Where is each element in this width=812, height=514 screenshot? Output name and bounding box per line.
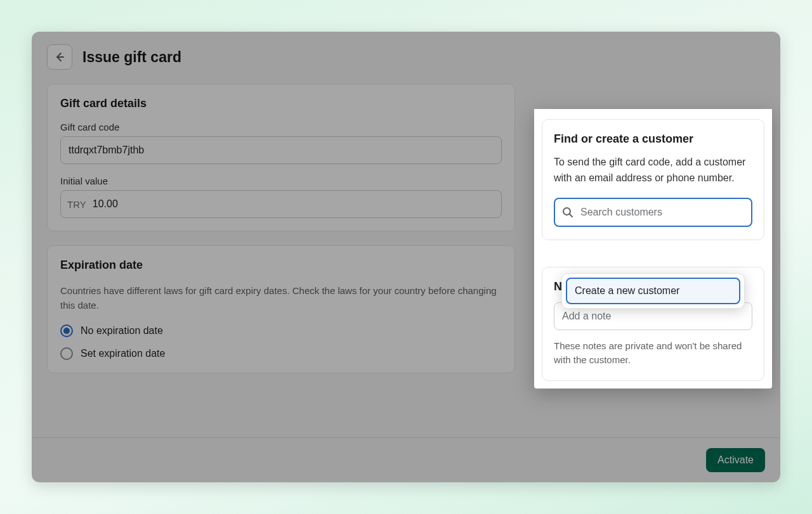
customer-search-dropdown: Create a new customer: [561, 273, 745, 309]
details-title: Gift card details: [60, 97, 502, 110]
main-column: Gift card details Gift card code Initial…: [47, 84, 515, 387]
page-footer: Activate: [32, 437, 780, 482]
customer-search-wrap[interactable]: [554, 198, 752, 227]
radio-set-expiration-label: Set expiration date: [81, 348, 165, 359]
find-customer-desc: To send the gift card code, add a custom…: [554, 155, 752, 186]
radio-icon: [60, 324, 73, 337]
create-new-customer-option[interactable]: Create a new customer: [566, 278, 740, 304]
search-icon: [561, 206, 574, 219]
find-customer-title: Find or create a customer: [554, 132, 752, 146]
notes-help: These notes are private and won't be sha…: [554, 339, 752, 368]
code-label: Gift card code: [60, 122, 502, 132]
find-customer-card: Find or create a customer To send the gi…: [542, 119, 764, 240]
currency-prefix: TRY: [61, 199, 93, 210]
initial-value-input[interactable]: [93, 191, 501, 217]
back-button[interactable]: [47, 44, 72, 70]
value-label: Initial value: [60, 176, 502, 186]
radio-icon: [60, 347, 73, 360]
page-title: Issue gift card: [82, 49, 181, 66]
page-header: Issue gift card: [47, 44, 765, 70]
activate-button[interactable]: Activate: [706, 448, 765, 472]
expiration-title: Expiration date: [60, 259, 502, 272]
customer-search-input[interactable]: [580, 207, 745, 218]
radio-no-expiration-label: No expiration date: [81, 325, 163, 337]
customer-popover: Find or create a customer To send the gi…: [534, 109, 772, 389]
gift-card-code-input[interactable]: [60, 136, 502, 164]
value-field-group: Initial value TRY: [60, 176, 502, 218]
initial-value-wrap: TRY: [60, 190, 502, 218]
app-frame: Issue gift card Gift card details Gift c…: [32, 32, 780, 482]
arrow-left-icon: [53, 51, 66, 63]
code-field-group: Gift card code: [60, 122, 502, 164]
expiration-help: Countries have different laws for gift c…: [60, 283, 502, 313]
radio-no-expiration[interactable]: No expiration date: [60, 324, 502, 337]
gift-card-details-card: Gift card details Gift card code Initial…: [47, 84, 515, 231]
radio-set-expiration[interactable]: Set expiration date: [60, 347, 502, 360]
expiration-card: Expiration date Countries have different…: [47, 245, 515, 373]
